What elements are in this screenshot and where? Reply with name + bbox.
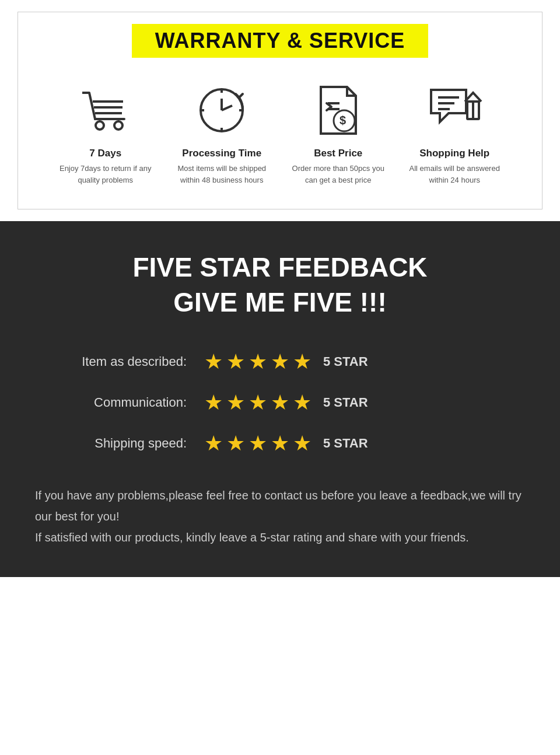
feedback-label-communication: Communication:	[35, 395, 187, 410]
stars-described: ★ ★ ★ ★ ★	[204, 349, 312, 374]
svg-line-13	[222, 106, 232, 110]
feedback-title: FIVE STAR FEEDBACK GIVE ME FIVE !!!	[35, 250, 525, 320]
feedback-row-described: Item as described: ★ ★ ★ ★ ★ 5 STAR	[35, 349, 525, 374]
warranty-item-processing: Processing Time Most items will be shipp…	[170, 81, 273, 186]
star-1: ★	[204, 431, 223, 456]
stars-shipping: ★ ★ ★ ★ ★	[204, 431, 312, 456]
warranty-item-price: $ Best Price Order more than 50pcs you c…	[287, 81, 390, 186]
svg-point-5	[96, 121, 104, 130]
star-2: ★	[226, 431, 245, 456]
warranty-item-price-title: Best Price	[314, 148, 362, 159]
warranty-item-return-title: 7 Days	[89, 148, 121, 159]
warranty-item-price-desc: Order more than 50pcs you can get a best…	[287, 163, 390, 186]
feedback-label-described: Item as described:	[35, 354, 187, 369]
warranty-title: WARRANTY & SERVICE	[132, 24, 429, 58]
warranty-item-return-desc: Enjoy 7days to return if any quality pro…	[54, 163, 157, 186]
warranty-item-help-title: Shopping Help	[419, 148, 489, 159]
star-5: ★	[293, 390, 312, 415]
feedback-row-communication: Communication: ★ ★ ★ ★ ★ 5 STAR	[35, 390, 525, 415]
star-4: ★	[271, 390, 289, 415]
feedback-label-shipping: Shipping speed:	[35, 436, 187, 451]
svg-text:$: $	[340, 114, 346, 127]
warranty-title-wrapper: WARRANTY & SERVICE	[36, 24, 524, 58]
warranty-icons-row: 7 Days Enjoy 7days to return if any qual…	[36, 75, 524, 191]
feedback-contact: If you have any problems,please feel fre…	[35, 485, 525, 548]
rating-described: 5 STAR	[323, 354, 368, 369]
star-2: ★	[226, 349, 245, 374]
star-5: ★	[293, 431, 312, 456]
document-dollar-icon: $	[309, 81, 368, 139]
star-4: ★	[271, 431, 289, 456]
star-1: ★	[204, 390, 223, 415]
stars-communication: ★ ★ ★ ★ ★	[204, 390, 312, 415]
star-1: ★	[204, 349, 223, 374]
cart-icon	[76, 81, 135, 139]
chat-store-icon	[425, 81, 484, 139]
warranty-item-processing-desc: Most items will be shipped within 48 bus…	[170, 163, 273, 186]
warranty-item-return: 7 Days Enjoy 7days to return if any qual…	[54, 81, 157, 186]
warranty-section: WARRANTY & SERVICE 7 Days Enjoy 7days to…	[18, 12, 542, 209]
star-3: ★	[249, 349, 267, 374]
warranty-item-help: Shopping Help All emails will be answere…	[403, 81, 506, 186]
star-3: ★	[249, 431, 267, 456]
star-3: ★	[249, 390, 267, 415]
feedback-rows: Item as described: ★ ★ ★ ★ ★ 5 STAR Comm…	[35, 349, 525, 456]
feedback-title-line2: GIVE ME FIVE !!!	[35, 285, 525, 320]
feedback-section: FIVE STAR FEEDBACK GIVE ME FIVE !!! Item…	[0, 221, 560, 577]
clock-icon	[192, 81, 251, 139]
star-5: ★	[293, 349, 312, 374]
warranty-item-help-desc: All emails will be answered within 24 ho…	[403, 163, 506, 186]
feedback-row-shipping: Shipping speed: ★ ★ ★ ★ ★ 5 STAR	[35, 431, 525, 456]
rating-shipping: 5 STAR	[323, 436, 368, 451]
star-2: ★	[226, 390, 245, 415]
svg-point-6	[114, 121, 123, 130]
feedback-title-line1: FIVE STAR FEEDBACK	[35, 250, 525, 285]
rating-communication: 5 STAR	[323, 395, 368, 410]
warranty-item-processing-title: Processing Time	[182, 148, 261, 159]
star-4: ★	[271, 349, 289, 374]
